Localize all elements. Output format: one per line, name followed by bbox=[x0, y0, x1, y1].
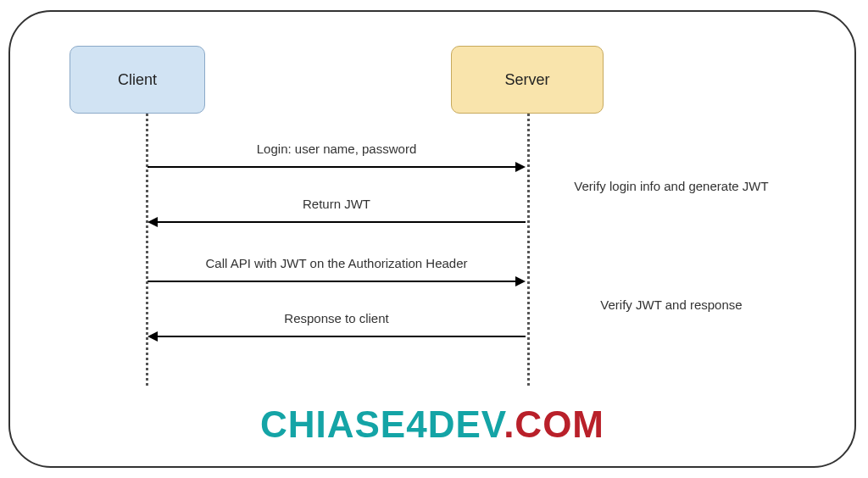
arrow-label-call-api: Call API with JWT on the Authorization H… bbox=[147, 256, 526, 270]
arrow-label-login: Login: user name, password bbox=[147, 142, 526, 156]
watermark-tld: .COM bbox=[504, 403, 604, 445]
arrow-label-response: Response to client bbox=[147, 311, 526, 325]
lifeline-server bbox=[527, 114, 530, 386]
arrow-call-api: Call API with JWT on the Authorization H… bbox=[147, 275, 526, 288]
arrow-return-jwt: Return JWT bbox=[147, 215, 526, 229]
note-verify-jwt: Verify JWT and response bbox=[553, 296, 790, 314]
participant-server: Server bbox=[451, 46, 604, 114]
participant-client: Client bbox=[70, 46, 205, 114]
arrow-login-request: Login: user name, password bbox=[147, 160, 526, 174]
diagram-frame: Client Server Login: user name, password… bbox=[8, 10, 856, 468]
client-label: Client bbox=[118, 71, 157, 89]
watermark-main: CHIASE4DEV bbox=[260, 403, 504, 445]
watermark: CHIASE4DEV.COM bbox=[10, 403, 854, 446]
note-verify-login: Verify login info and generate JWT bbox=[553, 177, 790, 195]
arrow-response: Response to client bbox=[147, 330, 526, 343]
arrow-label-return-jwt: Return JWT bbox=[147, 197, 526, 211]
server-label: Server bbox=[504, 71, 549, 89]
